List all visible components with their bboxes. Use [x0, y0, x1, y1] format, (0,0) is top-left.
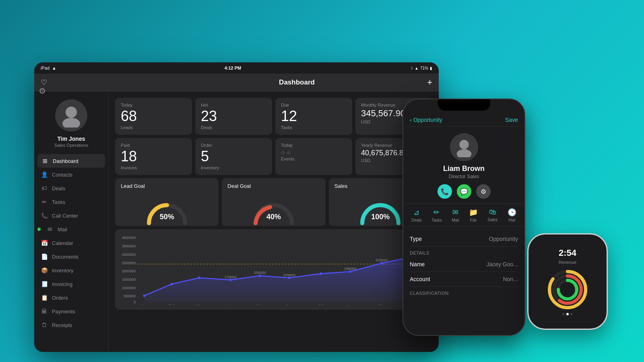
- iphone-tab-hist[interactable]: 🕒 Hist: [508, 208, 516, 222]
- sidebar-item-orders[interactable]: 📋 Orders: [34, 291, 108, 304]
- iphone-save-button[interactable]: Save: [505, 117, 518, 123]
- type-field-label: Type: [410, 236, 422, 242]
- svg-text:May: May: [257, 304, 264, 305]
- stat-leads-sublabel: Leads: [121, 125, 186, 130]
- svg-point-0: [66, 107, 77, 118]
- svg-text:3000000: 3000000: [122, 253, 136, 257]
- event-dot-1: [281, 151, 285, 155]
- iphone-back-label: Opportunity: [413, 117, 442, 123]
- stat-invoices-sublabel: Invoices: [121, 165, 186, 170]
- ipad-label: iPad: [41, 66, 50, 70]
- sidebar-label-tasks: Tasks: [52, 199, 65, 205]
- message-button[interactable]: 💬: [457, 184, 471, 199]
- file-tab-icon: 📁: [469, 208, 478, 217]
- tag-icon: 🏷: [41, 185, 48, 191]
- stat-events-sublabel: Events: [281, 156, 347, 161]
- iphone-tab-sales[interactable]: 🛍 Sales: [487, 208, 497, 222]
- iphone-tab-file[interactable]: 📁 File: [469, 208, 478, 222]
- stat-invoices: Paid 18 Invoices: [115, 138, 192, 175]
- sidebar-label-dashboard: Dashboard: [53, 158, 78, 164]
- sidebar-item-contacts[interactable]: 👤 Contacts: [34, 168, 108, 181]
- sidebar-item-inventory[interactable]: 📦 Inventory: [34, 263, 108, 277]
- goal-deal-title: Deal Goal: [227, 183, 251, 189]
- name-field-label: Name: [410, 261, 425, 267]
- sales-tab-label: Sales: [487, 218, 497, 222]
- svg-point-24: [198, 277, 200, 279]
- battery-label: 71%: [420, 66, 428, 70]
- svg-text:Jun: Jun: [287, 304, 292, 305]
- sales-goal-percent: 100%: [371, 213, 390, 221]
- svg-text:Aug: Aug: [347, 304, 353, 305]
- watch-page-dots: [562, 313, 573, 315]
- dashboard-title: Dashboard: [279, 78, 315, 86]
- sidebar-label-orders: Orders: [52, 295, 68, 301]
- svg-text:1500000: 1500000: [122, 278, 136, 282]
- sidebar-item-tasks[interactable]: ✏ Tasks: [34, 195, 108, 209]
- svg-text:2000000: 2000000: [122, 269, 136, 273]
- mail-tab-label: Mail: [452, 218, 459, 222]
- sidebar-item-deals[interactable]: 🏷 Deals: [34, 181, 108, 195]
- iphone-back-button[interactable]: ‹ Opportunity: [410, 117, 442, 123]
- svg-text:Jul: Jul: [318, 304, 323, 305]
- iphone-tab-deals[interactable]: ⊿ Deals: [411, 208, 422, 222]
- iphone-action-icons: 📞 💬 ⚙: [438, 184, 491, 199]
- pencil-icon: ✏: [41, 199, 48, 205]
- watch-label: Revenue: [559, 260, 576, 265]
- iphone-contact-title: Director Sales: [449, 174, 479, 179]
- sidebar-item-receipts[interactable]: 🗒 Receipts: [34, 318, 108, 332]
- calendar-icon: 📅: [41, 240, 48, 246]
- lead-gauge: 50%: [143, 193, 191, 221]
- sidebar-item-callcenter[interactable]: 📞 Call Center: [34, 209, 108, 222]
- stat-events: Today Events: [275, 138, 352, 175]
- sidebar-label-calendar: Calendar: [52, 240, 73, 246]
- box-icon: 📦: [41, 267, 48, 274]
- call-button[interactable]: 📞: [438, 184, 452, 199]
- revenue-chart: 4000000 3500000 3000000 2500000 2000000 …: [121, 234, 427, 305]
- mail-notification-dot: [37, 228, 41, 231]
- stat-inventory-sublabel: Inventory: [201, 165, 266, 170]
- type-field-value: Opportunity: [489, 236, 518, 242]
- hist-tab-icon: 🕒: [508, 208, 516, 217]
- deals-tab-label: Deals: [411, 218, 422, 222]
- iphone-tabs: ⊿ Deals ✏ Tasks ✉ Mail 📁 File 🛍 Sales 🕒: [403, 204, 524, 227]
- iphone-detail-section: Type Opportunity DETAILS Name Jacey Goo.…: [403, 227, 524, 335]
- watch-screen: 2:54 Revenue: [528, 234, 607, 329]
- sidebar-item-documents[interactable]: 📄 Documents: [34, 250, 108, 263]
- deal-gauge: 40%: [250, 193, 298, 221]
- tasks-tab-label: Tasks: [431, 218, 442, 222]
- stats-row-1: Today 68 Leads Hot 23 Deals Due 12 Tasks…: [115, 98, 432, 135]
- classification-section-header: CLASSIFICATION: [410, 291, 518, 296]
- details-section-header: DETAILS: [410, 251, 518, 255]
- sidebar-item-calendar[interactable]: 📅 Calendar: [34, 236, 108, 250]
- svg-text:3500000: 3500000: [122, 244, 136, 248]
- watch-time: 2:54: [559, 248, 576, 258]
- watch-dot-1: [562, 313, 565, 315]
- svg-text:2500000: 2500000: [122, 261, 136, 265]
- sidebar-item-mail[interactable]: ✉ Mail: [34, 222, 108, 236]
- stat-deals: Hot 23 Deals: [195, 98, 272, 135]
- tasks-tab-icon: ✏: [433, 208, 440, 217]
- sidebar-item-dashboard[interactable]: ⊞ Dashboard: [37, 154, 105, 168]
- stat-leads-label: Today: [121, 103, 186, 107]
- stat-tasks-value: 12: [281, 109, 347, 123]
- hist-tab-label: Hist: [508, 218, 515, 222]
- svg-point-22: [143, 294, 146, 297]
- settings-gear-icon[interactable]: ⚙: [39, 86, 46, 96]
- add-icon[interactable]: +: [427, 77, 432, 88]
- apple-watch-device: 2:54 Revenue: [527, 233, 608, 330]
- user-avatar: [55, 99, 87, 132]
- sidebar-item-payments[interactable]: 🏛 Payments: [34, 304, 108, 318]
- stat-leads: Today 68 Leads: [115, 98, 192, 135]
- doc-icon: 📄: [41, 253, 48, 260]
- iphone-tab-tasks[interactable]: ✏ Tasks: [431, 208, 442, 222]
- stat-inventory-value: 5: [201, 149, 266, 164]
- heart-rate-icon: ♡: [41, 78, 47, 87]
- sidebar-item-invoicing[interactable]: 🧾 Invoicing: [34, 277, 108, 291]
- ipad-content: Tim Jones Sales Operations ⊞ Dashboard 👤…: [34, 91, 439, 352]
- svg-text:2009093: 2009093: [283, 273, 296, 277]
- ipad-status-bar: iPad ▲ 4:12 PM ☽ ▲ 71% ▮: [34, 62, 439, 74]
- iphone-content: ‹ Opportunity Save Liam Brown Director S…: [403, 99, 524, 335]
- settings-button[interactable]: ⚙: [476, 184, 491, 199]
- envelope-icon: ✉: [46, 226, 54, 232]
- iphone-tab-mail[interactable]: ✉ Mail: [452, 208, 459, 222]
